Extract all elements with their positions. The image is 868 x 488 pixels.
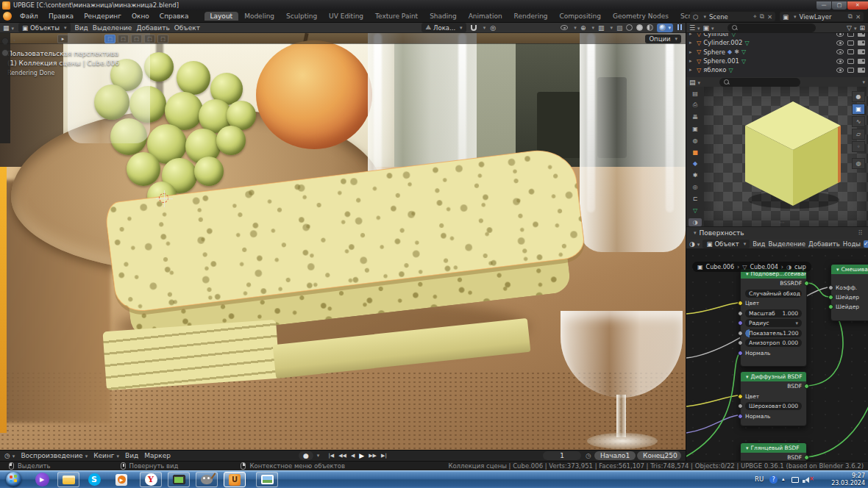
editor-type-icon[interactable]: ◷▾ bbox=[4, 452, 15, 459]
socket-color-input[interactable] bbox=[738, 301, 743, 306]
node-menu-add[interactable]: Добавить bbox=[808, 240, 840, 248]
unlink-icon[interactable]: ✕ bbox=[767, 13, 772, 21]
properties-search-input[interactable] bbox=[719, 78, 800, 87]
outliner-row[interactable]: ▸▽ Cylinder.002 ▽ bbox=[686, 38, 868, 47]
tab-tool-icon[interactable]: ▤ bbox=[689, 90, 702, 98]
timeline-menu-marker[interactable]: Маркер bbox=[144, 452, 171, 459]
taskbar-item-upbge-active[interactable]: U bbox=[224, 472, 246, 487]
radius-dropdown[interactable]: Радиус▾ bbox=[745, 319, 802, 327]
help-tray-icon[interactable]: ? bbox=[769, 476, 778, 484]
jump-first-button[interactable]: |◀ bbox=[327, 453, 335, 459]
hide-toggle[interactable] bbox=[836, 59, 844, 64]
copy-icon[interactable]: ⧉ bbox=[760, 12, 764, 21]
taskbar-item-skype[interactable]: S bbox=[83, 472, 105, 487]
tab-layout[interactable]: Layout bbox=[204, 12, 239, 21]
shader-mode-dropdown[interactable]: ▣Объект▾ bbox=[702, 240, 750, 248]
tab-viewlayer-icon[interactable]: ▣ bbox=[689, 125, 702, 133]
hide-toggle[interactable] bbox=[836, 68, 844, 73]
ior-slider[interactable]: Показатель1.200 bbox=[745, 329, 802, 337]
tray-display-icon[interactable] bbox=[791, 477, 799, 483]
render-disable-toggle[interactable] bbox=[858, 33, 865, 37]
display-mode-icon[interactable]: ☰▾ bbox=[689, 24, 700, 32]
menu-render[interactable]: Рендеринг bbox=[79, 12, 127, 20]
prev-keyframe-button[interactable]: ◀◀ bbox=[337, 453, 348, 459]
filter-id-icon[interactable]: ▣▾ bbox=[703, 24, 714, 32]
end-frame-field[interactable]: Конец250 bbox=[637, 451, 681, 460]
preview-fluid-button[interactable]: ◦ bbox=[852, 141, 865, 152]
maximize-button[interactable]: ▢ bbox=[832, 1, 847, 10]
tab-data-icon[interactable]: ▽ bbox=[689, 207, 702, 215]
shading-wireframe-button[interactable] bbox=[626, 24, 633, 31]
start-frame-field[interactable]: Начало1 bbox=[594, 451, 636, 460]
tab-output-icon[interactable]: 🖶 bbox=[689, 113, 702, 121]
viewport-disable-toggle[interactable] bbox=[847, 59, 854, 64]
tab-scene-icon[interactable]: ◍ bbox=[689, 137, 702, 145]
pause-render-button[interactable] bbox=[677, 24, 683, 32]
preview-world-button[interactable]: ◍ bbox=[852, 158, 865, 169]
socket-bssrdf-output[interactable] bbox=[804, 281, 809, 286]
tool-select-invert-button[interactable]: ⬚ bbox=[144, 35, 155, 43]
socket-ior-input[interactable] bbox=[738, 331, 743, 336]
play-button[interactable]: ▶ bbox=[357, 452, 366, 459]
socket-anisotropy-input[interactable] bbox=[738, 340, 743, 345]
preview-hair-button[interactable]: ∿ bbox=[852, 116, 865, 127]
taskbar-item-alice[interactable]: ▶ bbox=[31, 472, 53, 487]
keying-menu[interactable]: Кеинг▾ bbox=[93, 452, 119, 459]
render-disable-toggle[interactable] bbox=[858, 49, 865, 54]
timeline-menu-view[interactable]: Вид bbox=[125, 452, 138, 459]
use-preview-range-icon[interactable]: ◷ bbox=[586, 452, 591, 459]
object-name[interactable]: яблоко bbox=[703, 66, 726, 73]
mode-dropdown[interactable]: ▣Объекты▾ bbox=[18, 23, 71, 32]
viewport-3d[interactable]: ▦▾ ▣Объекты▾ Вид Выделение Добавить Объе… bbox=[0, 23, 686, 450]
play-reverse-button[interactable]: ◀ bbox=[349, 453, 356, 459]
socket-color-input[interactable] bbox=[738, 394, 743, 399]
menu-help[interactable]: Справка bbox=[154, 12, 194, 20]
tab-compositing[interactable]: Compositing bbox=[554, 12, 607, 21]
viewport-menu-view[interactable]: Вид bbox=[75, 24, 88, 32]
breadcrumb-mesh[interactable]: Cube.004 bbox=[750, 264, 778, 270]
node-mix-shader[interactable]: ▾Смешивающ... Коэфф. Шейдер Шейдер bbox=[830, 264, 868, 321]
node-diffuse-bsdf[interactable]: ▾Диффузный BSDF BSDF Цвет Шероховат0.000… bbox=[740, 371, 807, 426]
scale-slider[interactable]: Масштаб1.000 bbox=[745, 309, 802, 317]
socket-shader2-input[interactable] bbox=[828, 304, 833, 309]
tool-select-box-button[interactable]: ⬚ bbox=[104, 35, 115, 43]
taskbar-item-potplayer[interactable]: ▶ bbox=[110, 472, 132, 487]
object-name[interactable]: Sphere bbox=[703, 49, 725, 56]
viewport-menu-select[interactable]: Выделение bbox=[93, 24, 132, 32]
tab-animation[interactable]: Animation bbox=[463, 12, 508, 21]
tab-geometry-nodes[interactable]: Geometry Nodes bbox=[607, 12, 675, 21]
copy-icon[interactable]: ⧉ bbox=[848, 12, 853, 21]
proportional-edit-icon[interactable]: ◎ bbox=[490, 24, 496, 32]
menu-window[interactable]: Окно bbox=[127, 12, 154, 20]
surface-panel-header[interactable]: ▾Поверхность ⠿ bbox=[686, 226, 868, 239]
node-menu-view[interactable]: Вид bbox=[753, 240, 765, 248]
blender-logo-icon[interactable] bbox=[3, 12, 12, 21]
jump-last-button[interactable]: ▶| bbox=[380, 453, 388, 459]
viewport-disable-toggle[interactable] bbox=[847, 49, 854, 54]
node-menu-select[interactable]: Выделение bbox=[768, 240, 805, 248]
editor-type-icon[interactable]: ◑▾ bbox=[689, 240, 700, 248]
taskbar-clock[interactable]: 9:27 23.03.2024 bbox=[831, 473, 865, 487]
move-tool-icon[interactable] bbox=[1, 49, 9, 57]
use-nodes-checkbox[interactable]: ✓ bbox=[864, 240, 868, 248]
tab-physics-icon[interactable]: ◎ bbox=[689, 183, 702, 191]
resize-handle[interactable]: ⋯ bbox=[780, 220, 785, 226]
outliner-row[interactable]: ▸▽ Cylinder ▽ bbox=[686, 33, 868, 38]
tool-select-extend-button[interactable]: ⬚ bbox=[118, 35, 129, 43]
tab-texture-paint[interactable]: Texture Paint bbox=[369, 12, 424, 21]
scene-selector[interactable]: ⬡▾ Scene ⌖ ⧉ ✕ bbox=[690, 12, 775, 21]
viewport-disable-toggle[interactable] bbox=[847, 68, 854, 73]
material-preview[interactable]: ● ▣ ∿ ▱ ◦ ◍ ⋯ bbox=[704, 87, 868, 226]
shading-rendered-button[interactable]: ▾ bbox=[657, 24, 673, 32]
hide-toggle[interactable] bbox=[836, 49, 844, 54]
socket-shader1-input[interactable] bbox=[828, 295, 833, 300]
unlink-icon[interactable]: ✕ bbox=[855, 13, 861, 21]
socket-normal-input[interactable] bbox=[738, 414, 743, 419]
tool-select-intersect-button[interactable]: ⬚ bbox=[157, 35, 168, 43]
outliner-row[interactable]: ▸▽ Sphere ◆ ✱ ▽ bbox=[686, 48, 868, 57]
properties-options-icon[interactable]: ▾ bbox=[862, 79, 865, 85]
socket-radius-input[interactable] bbox=[738, 320, 743, 326]
menu-file[interactable]: Файл bbox=[15, 12, 43, 20]
render-disable-toggle[interactable] bbox=[858, 68, 865, 73]
editor-type-icon[interactable]: ▤▾ bbox=[689, 79, 700, 86]
